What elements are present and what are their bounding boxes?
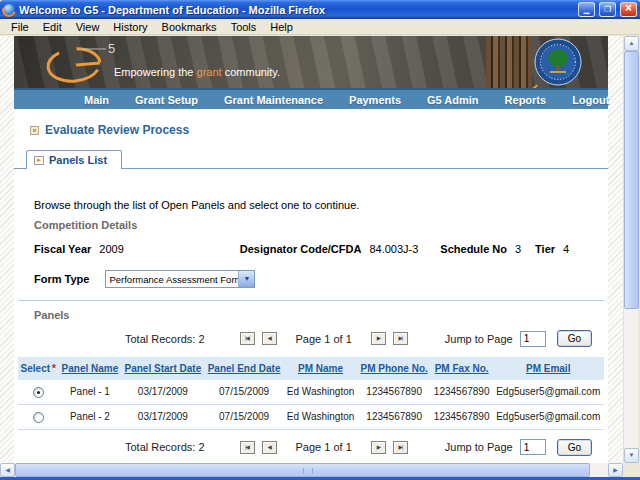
close-button[interactable] [620,2,637,17]
col-pm-email-label[interactable]: PM Email [526,363,570,374]
col-pm-name-label[interactable]: PM Name [298,363,343,374]
tagline-prefix: Empowering the [114,66,197,78]
nav-main[interactable]: Main [84,94,109,106]
form-type-row: Form Type Performance Assessment Form [34,270,608,288]
panel-end-cell: 07/15/2009 [204,404,283,429]
g5-banner: 5 Empowering the grant community. [14,36,608,88]
dropdown-arrow-icon[interactable] [238,271,254,287]
menu-file[interactable]: File [4,20,36,34]
nav-logout[interactable]: Logout [572,94,609,106]
first-page-button[interactable] [240,332,255,345]
pagination-bottom: Total Records: 2 Page 1 of 1 Jump to Pag… [14,439,592,456]
pm-email-cell: Edg5user5@gmail.com [492,380,604,404]
col-panel-end-date-label[interactable]: Panel End Date [208,363,281,374]
scroll-down-icon[interactable] [624,448,639,463]
panel-1-radio[interactable] [33,387,44,398]
form-type-label: Form Type [34,273,89,285]
panel-start-cell: 03/17/2009 [121,380,204,404]
instruction-text: Browse through the list of Open Panels a… [34,199,608,211]
competition-details-row: Fiscal Year 2009 Designator Code/CFDA 84… [34,243,608,255]
banner-tagline: Empowering the grant community. [114,66,280,78]
minimize-button[interactable] [578,2,595,17]
form-type-select[interactable]: Performance Assessment Form [105,270,255,288]
menu-tools[interactable]: Tools [224,20,264,34]
col-pm-phone[interactable]: PM Phone No. [357,357,430,380]
pm-email-cell: Edg5user5@gmail.com [492,404,604,429]
panels-table: Select* Panel Name Panel Start Date Pane… [18,357,604,430]
next-page-button[interactable] [371,332,386,345]
tab-label: Panels List [49,154,107,166]
pm-name-cell: Ed Washington [284,404,358,429]
col-pm-phone-label[interactable]: PM Phone No. [361,363,428,374]
g5-page: 5 Empowering the grant community. Main [14,36,608,463]
section-divider [18,300,604,301]
nav-g5-admin[interactable]: G5 Admin [427,94,479,106]
firefox-icon [3,4,15,16]
last-page-button[interactable] [393,332,408,345]
table-row: Panel - 1 03/17/2009 07/15/2009 Ed Washi… [18,380,604,404]
horizontal-scroll-thumb[interactable] [15,463,590,477]
browser-viewport: 5 Empowering the grant community. Main [0,36,623,463]
col-pm-fax[interactable]: PM Fax No. [431,357,493,380]
tab-panels-list[interactable]: Panels List [26,150,122,169]
prev-page-button[interactable] [262,441,277,454]
nav-payments[interactable]: Payments [349,94,401,106]
heading-bullet-icon [30,126,39,135]
prev-page-button[interactable] [262,332,277,345]
col-pm-fax-label[interactable]: PM Fax No. [435,363,489,374]
restore-button[interactable] [599,2,616,17]
designator-label: Designator Code/CFDA [240,243,362,255]
table-row: Panel - 2 03/17/2009 07/15/2009 Ed Washi… [18,404,604,429]
vertical-scrollbar[interactable] [623,36,638,463]
col-pm-email[interactable]: PM Email [492,357,604,380]
horizontal-scrollbar[interactable] [0,463,623,477]
menu-bar: File Edit View History Bookmarks Tools H… [0,19,640,35]
table-header-row: Select* Panel Name Panel Start Date Pane… [18,357,604,380]
window-title: Welcome to G5 - Department of Education … [19,4,574,16]
fiscal-year-label: Fiscal Year [34,243,91,255]
competition-details-title: Competition Details [34,219,608,231]
col-panel-name[interactable]: Panel Name [59,357,122,380]
pm-phone-cell: 1234567890 [357,404,430,429]
tier-label: Tier [535,243,555,255]
last-page-button[interactable] [393,441,408,454]
doe-seal [534,38,582,86]
menu-edit[interactable]: Edit [36,20,69,34]
scroll-up-icon[interactable] [624,36,639,51]
col-pm-name[interactable]: PM Name [284,357,358,380]
menu-help[interactable]: Help [263,20,300,34]
schedule-label: Schedule No [440,243,507,255]
scroll-left-icon[interactable] [0,463,15,477]
total-records-label: Total Records: [125,333,195,345]
form-type-selected-value: Performance Assessment Form [106,274,238,285]
total-records: Total Records: 2 [125,441,205,453]
page-title: Evaluate Review Process [45,123,189,137]
first-page-button[interactable] [240,441,255,454]
panel-name-cell: Panel - 1 [59,380,122,404]
designator-value: 84.003J-3 [369,243,418,255]
col-panel-name-label[interactable]: Panel Name [62,363,119,374]
total-records-label: Total Records: [125,441,195,453]
tagline-highlight: grant [197,66,222,78]
nav-reports[interactable]: Reports [505,94,547,106]
page-indicator: Page 1 of 1 [296,441,352,453]
next-page-button[interactable] [371,441,386,454]
jump-to-page-input[interactable] [520,439,546,455]
go-button[interactable]: Go [557,330,592,347]
pagination-top: Total Records: 2 Page 1 of 1 Jump to Pag… [14,330,592,347]
go-button[interactable]: Go [557,439,592,456]
col-panel-end-date[interactable]: Panel End Date [204,357,283,380]
nav-grant-setup[interactable]: Grant Setup [135,94,198,106]
panels-section-title: Panels [34,309,608,321]
col-panel-start-date-label[interactable]: Panel Start Date [125,363,202,374]
jump-to-page-input[interactable] [520,331,546,347]
panel-start-cell: 03/17/2009 [121,404,204,429]
nav-grant-maintenance[interactable]: Grant Maintenance [224,94,323,106]
col-panel-start-date[interactable]: Panel Start Date [121,357,204,380]
menu-view[interactable]: View [69,20,107,34]
menu-history[interactable]: History [106,20,154,34]
scroll-right-icon[interactable] [608,463,623,477]
vertical-scroll-thumb[interactable] [624,51,639,309]
menu-bookmarks[interactable]: Bookmarks [155,20,224,34]
panel-2-radio[interactable] [33,412,44,423]
